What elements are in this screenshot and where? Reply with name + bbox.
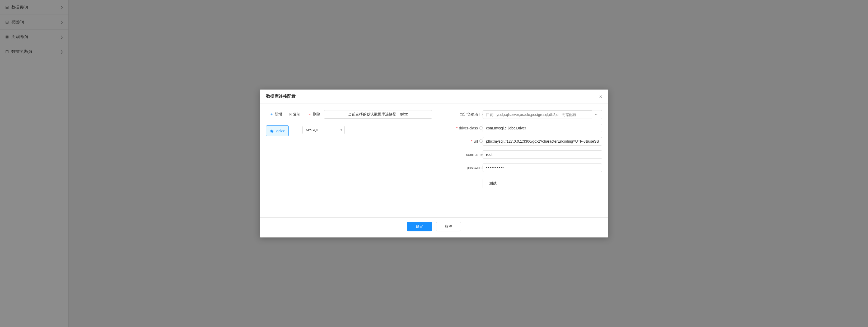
custom-driver-input[interactable] xyxy=(483,110,592,119)
test-button[interactable]: 测试 xyxy=(483,179,503,188)
username-label: username xyxy=(448,153,483,157)
password-label: password xyxy=(448,166,483,170)
info-icon-driver[interactable]: ⓘ xyxy=(479,112,483,117)
plus-icon: ＋ xyxy=(270,112,273,117)
close-button[interactable]: × xyxy=(599,94,602,99)
copy-label: 复制 xyxy=(293,112,300,117)
modal-header: 数据库连接配置 × xyxy=(260,90,608,104)
url-label: * url ⓘ xyxy=(448,139,483,144)
info-icon-url[interactable]: ⓘ xyxy=(479,139,483,144)
add-label: 新增 xyxy=(275,112,282,117)
right-panel: 自定义驱动 ⓘ ··· * driver-class ⓘ xyxy=(440,110,602,211)
add-button[interactable]: ＋ 新增 xyxy=(266,110,286,118)
modal-title: 数据库连接配置 xyxy=(266,94,296,99)
info-icon-driverclass[interactable]: ⓘ xyxy=(479,126,483,130)
delete-icon: － xyxy=(308,112,311,117)
driver-class-label: * driver-class ⓘ xyxy=(448,126,483,130)
password-row: password xyxy=(448,164,602,172)
confirm-button[interactable]: 确定 xyxy=(407,222,432,231)
db-list-item-name: gdxz xyxy=(276,129,285,133)
username-input[interactable] xyxy=(483,150,602,159)
default-db-label: 当前选择的默认数据库连接是：gdxz xyxy=(324,110,432,119)
db-type-select-wrapper[interactable]: MYSQL Oracle PostgreSQL SQLServer DB2 DM… xyxy=(303,126,345,134)
url-input[interactable] xyxy=(483,137,602,145)
db-config-modal: 数据库连接配置 × ＋ 新增 ⎘ 复制 － 删除 当前选择的默认数据库连接是 xyxy=(260,90,608,237)
db-list-item-gdxz[interactable]: ◉ gdxz xyxy=(266,126,289,136)
toolbar: ＋ 新增 ⎘ 复制 － 删除 当前选择的默认数据库连接是：gdxz xyxy=(266,110,432,119)
db-active-icon: ◉ xyxy=(270,128,274,133)
password-input[interactable] xyxy=(483,164,602,172)
driver-class-row: * driver-class ⓘ xyxy=(448,124,602,132)
cancel-button[interactable]: 取消 xyxy=(436,222,461,231)
custom-driver-label: 自定义驱动 ⓘ xyxy=(448,112,483,117)
driver-more-button[interactable]: ··· xyxy=(592,110,602,119)
copy-button[interactable]: ⎘ 复制 xyxy=(286,110,304,118)
copy-icon: ⎘ xyxy=(289,112,291,117)
modal-footer: 确定 取消 xyxy=(260,218,608,236)
username-row: username xyxy=(448,150,602,159)
db-type-select[interactable]: MYSQL Oracle PostgreSQL SQLServer DB2 DM xyxy=(303,126,345,134)
db-list: ◉ gdxz xyxy=(266,126,289,136)
delete-button[interactable]: － 删除 xyxy=(304,110,324,118)
left-panel: ＋ 新增 ⎘ 复制 － 删除 当前选择的默认数据库连接是：gdxz xyxy=(266,110,440,211)
delete-label: 删除 xyxy=(313,112,320,117)
driver-class-input[interactable] xyxy=(483,124,602,132)
modal-body: ＋ 新增 ⎘ 复制 － 删除 当前选择的默认数据库连接是：gdxz xyxy=(260,104,608,218)
custom-driver-row: 自定义驱动 ⓘ ··· xyxy=(448,110,602,119)
url-row: * url ⓘ xyxy=(448,137,602,145)
db-type-row: ◉ gdxz MYSQL Oracle PostgreSQL SQLServer… xyxy=(266,123,432,136)
